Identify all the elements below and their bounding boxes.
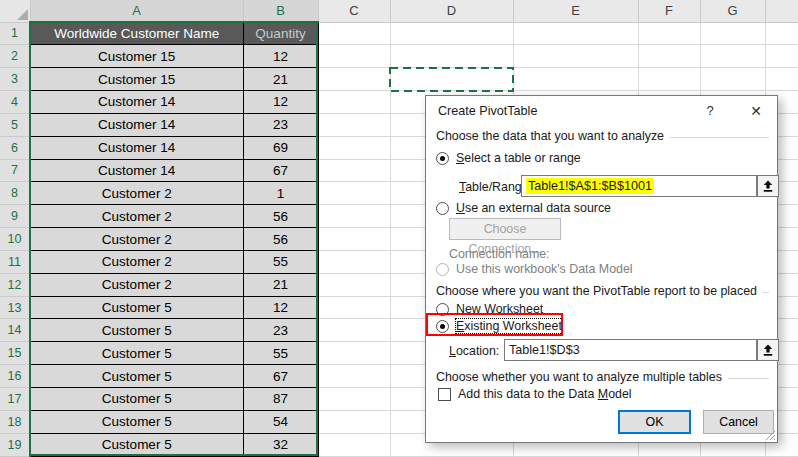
- cell-F2[interactable]: [638, 45, 700, 68]
- cell-A8[interactable]: Customer 2: [30, 182, 243, 205]
- cell-D3[interactable]: [390, 68, 513, 91]
- cell-H3[interactable]: [765, 68, 798, 91]
- row-header-16[interactable]: 16: [0, 365, 30, 388]
- ok-button[interactable]: OK: [618, 410, 691, 434]
- cell-B19[interactable]: 32: [243, 433, 318, 456]
- cell-B2[interactable]: 12: [243, 45, 318, 68]
- cell-F3[interactable]: [638, 68, 700, 91]
- help-icon[interactable]: ?: [698, 103, 722, 118]
- checkbox-add-to-data-model[interactable]: Add this data to the Data Model: [438, 387, 632, 401]
- radio-existing-worksheet[interactable]: Existing Worksheet: [436, 319, 562, 333]
- cell-B1[interactable]: Quantity: [243, 22, 318, 45]
- cell-C6[interactable]: [318, 136, 390, 159]
- col-header-D[interactable]: D: [390, 0, 513, 22]
- cell-A13[interactable]: Customer 5: [30, 296, 243, 319]
- cell-H2[interactable]: [765, 45, 798, 68]
- row-header-17[interactable]: 17: [0, 388, 30, 411]
- cell-A11[interactable]: Customer 2: [30, 250, 243, 273]
- cell-C9[interactable]: [318, 205, 390, 228]
- cell-C7[interactable]: [318, 159, 390, 182]
- cell-C4[interactable]: [318, 91, 390, 114]
- row-header-9[interactable]: 9: [0, 205, 30, 228]
- cell-E3[interactable]: [513, 68, 638, 91]
- cell-B4[interactable]: 12: [243, 91, 318, 114]
- cell-E1[interactable]: [513, 22, 638, 45]
- col-header-A[interactable]: A: [30, 0, 243, 22]
- cell-B14[interactable]: 23: [243, 319, 318, 342]
- cell-A17[interactable]: Customer 5: [30, 388, 243, 411]
- cell-F1[interactable]: [638, 22, 700, 45]
- cell-C8[interactable]: [318, 182, 390, 205]
- row-header-2[interactable]: 2: [0, 45, 30, 68]
- cell-C11[interactable]: [318, 250, 390, 273]
- location-input[interactable]: Table1!$D$3: [504, 339, 757, 361]
- cell-B5[interactable]: 23: [243, 113, 318, 136]
- cell-B15[interactable]: 55: [243, 342, 318, 365]
- row-header-1[interactable]: 1: [0, 22, 30, 45]
- row-header-15[interactable]: 15: [0, 342, 30, 365]
- cell-C13[interactable]: [318, 296, 390, 319]
- cell-A14[interactable]: Customer 5: [30, 319, 243, 342]
- cell-D1[interactable]: [390, 22, 513, 45]
- select-all-corner[interactable]: [0, 0, 30, 22]
- row-header-11[interactable]: 11: [0, 250, 30, 273]
- cell-C12[interactable]: [318, 273, 390, 296]
- cell-B7[interactable]: 67: [243, 159, 318, 182]
- cell-A19[interactable]: Customer 5: [30, 433, 243, 456]
- cell-B11[interactable]: 55: [243, 250, 318, 273]
- cell-E2[interactable]: [513, 45, 638, 68]
- cell-B13[interactable]: 12: [243, 296, 318, 319]
- cell-C5[interactable]: [318, 113, 390, 136]
- cell-C3[interactable]: [318, 68, 390, 91]
- radio-select-table-or-range[interactable]: Select a table or range: [436, 151, 581, 165]
- col-header-B[interactable]: B: [243, 0, 318, 22]
- col-header-G[interactable]: G: [700, 0, 765, 22]
- cell-B9[interactable]: 56: [243, 205, 318, 228]
- cell-B16[interactable]: 67: [243, 365, 318, 388]
- table-range-input[interactable]: Table1!$A$1:$B$1001: [521, 175, 757, 197]
- cell-A12[interactable]: Customer 2: [30, 273, 243, 296]
- row-header-13[interactable]: 13: [0, 296, 30, 319]
- row-header-7[interactable]: 7: [0, 159, 30, 182]
- cell-G2[interactable]: [700, 45, 765, 68]
- cell-A1[interactable]: Worldwide Customer Name: [30, 22, 243, 45]
- cell-B18[interactable]: 54: [243, 410, 318, 433]
- cell-A15[interactable]: Customer 5: [30, 342, 243, 365]
- cell-C14[interactable]: [318, 319, 390, 342]
- cell-A7[interactable]: Customer 14: [30, 159, 243, 182]
- cell-C17[interactable]: [318, 388, 390, 411]
- cell-G1[interactable]: [700, 22, 765, 45]
- col-header-E[interactable]: E: [513, 0, 638, 22]
- row-header-12[interactable]: 12: [0, 273, 30, 296]
- cell-C18[interactable]: [318, 410, 390, 433]
- resize-grip[interactable]: [763, 428, 776, 441]
- cell-B8[interactable]: 1: [243, 182, 318, 205]
- row-header-10[interactable]: 10: [0, 228, 30, 251]
- col-header-F[interactable]: F: [638, 0, 700, 22]
- cell-A6[interactable]: Customer 14: [30, 136, 243, 159]
- location-collapse-button[interactable]: [757, 339, 779, 361]
- cell-C10[interactable]: [318, 228, 390, 251]
- cell-C16[interactable]: [318, 365, 390, 388]
- cell-C15[interactable]: [318, 342, 390, 365]
- row-header-14[interactable]: 14: [0, 319, 30, 342]
- cell-C1[interactable]: [318, 22, 390, 45]
- cell-B17[interactable]: 87: [243, 388, 318, 411]
- col-header-C[interactable]: C: [318, 0, 390, 22]
- cell-G3[interactable]: [700, 68, 765, 91]
- cell-A16[interactable]: Customer 5: [30, 365, 243, 388]
- cell-C19[interactable]: [318, 433, 390, 456]
- cell-B12[interactable]: 21: [243, 273, 318, 296]
- row-header-5[interactable]: 5: [0, 113, 30, 136]
- row-header-6[interactable]: 6: [0, 136, 30, 159]
- row-header-18[interactable]: 18: [0, 410, 30, 433]
- cell-A4[interactable]: Customer 14: [30, 91, 243, 114]
- cell-C2[interactable]: [318, 45, 390, 68]
- cell-B3[interactable]: 21: [243, 68, 318, 91]
- row-header-8[interactable]: 8: [0, 182, 30, 205]
- cell-B10[interactable]: 56: [243, 228, 318, 251]
- radio-external-data-source[interactable]: Use an external data source: [436, 201, 611, 215]
- cell-A10[interactable]: Customer 2: [30, 228, 243, 251]
- row-header-4[interactable]: 4: [0, 91, 30, 114]
- cell-A3[interactable]: Customer 15: [30, 68, 243, 91]
